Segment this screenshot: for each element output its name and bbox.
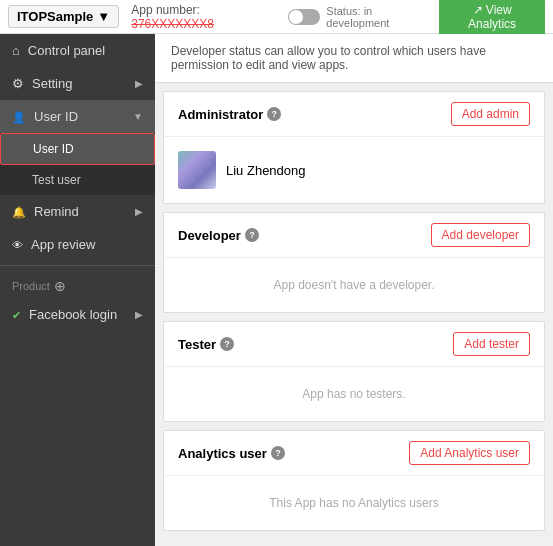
info-bar: Developer status can allow you to contro… [155, 34, 553, 83]
developer-section: Developer ? Add developer App doesn't ha… [163, 212, 545, 313]
sidebar-label-app-review: App review [31, 237, 95, 252]
developer-help-badge[interactable]: ? [245, 228, 259, 242]
tester-section: Tester ? Add tester App has no testers. [163, 321, 545, 422]
sidebar-label-control-panel: Control panel [28, 43, 105, 58]
view-analytics-button[interactable]: ↗ View Analytics [439, 0, 545, 36]
home-icon [12, 43, 20, 58]
sidebar: Control panel Setting ▶ User ID ▼ User I… [0, 34, 155, 546]
sidebar-item-control-panel[interactable]: Control panel [0, 34, 155, 67]
check-icon [12, 307, 21, 322]
tester-empty: App has no testers. [178, 377, 530, 411]
tester-help-badge[interactable]: ? [220, 337, 234, 351]
sidebar-label-remind: Remind [34, 204, 79, 219]
sidebar-sub-item-user-id[interactable]: User ID [0, 133, 155, 165]
sidebar-item-setting[interactable]: Setting ▶ [0, 67, 155, 100]
tester-header: Tester ? Add tester [164, 322, 544, 367]
developer-empty: App doesn't have a developer. [178, 268, 530, 302]
analytics-header: Analytics user ? Add Analytics user [164, 431, 544, 476]
toggle-area: Status: in development ↗ View Analytics [288, 0, 545, 36]
sidebar-sub-item-test-user[interactable]: Test user [0, 165, 155, 195]
status-toggle[interactable] [288, 9, 320, 25]
administrator-header: Administrator ? Add admin [164, 92, 544, 137]
sidebar-label-setting: Setting [32, 76, 72, 91]
developer-body: App doesn't have a developer. [164, 258, 544, 312]
sidebar-item-app-review[interactable]: App review [0, 228, 155, 261]
administrator-body: Liu Zhendong [164, 137, 544, 203]
main-layout: Control panel Setting ▶ User ID ▼ User I… [0, 34, 553, 546]
chevron-down-icon-user: ▼ [133, 111, 143, 122]
sidebar-item-remind[interactable]: Remind ▶ [0, 195, 155, 228]
tester-title: Tester ? [178, 337, 234, 352]
sidebar-label-user-id: User ID [34, 109, 78, 124]
eye-icon [12, 237, 23, 252]
analytics-title: Analytics user ? [178, 446, 285, 461]
sidebar-item-user-id[interactable]: User ID ▼ [0, 100, 155, 133]
administrator-section: Administrator ? Add admin Liu Zhendong [163, 91, 545, 204]
app-selector[interactable]: ITOPSample ▼ [8, 5, 119, 28]
administrator-help-badge[interactable]: ? [267, 107, 281, 121]
developer-header: Developer ? Add developer [164, 213, 544, 258]
add-tester-button[interactable]: Add tester [453, 332, 530, 356]
developer-title: Developer ? [178, 228, 259, 243]
chevron-right-icon: ▶ [135, 78, 143, 89]
app-number-label: App number: 376XXXXXXX8 [131, 3, 280, 31]
add-product-icon[interactable]: ⊕ [54, 278, 66, 294]
header: ITOPSample ▼ App number: 376XXXXXXX8 Sta… [0, 0, 553, 34]
gear-icon [12, 76, 24, 91]
avatar-liu [178, 151, 216, 189]
chevron-right-icon-fb: ▶ [135, 309, 143, 320]
app-number-value: 376XXXXXXX8 [131, 17, 214, 31]
sidebar-item-facebook[interactable]: Facebook login ▶ [0, 298, 155, 331]
sidebar-divider [0, 265, 155, 266]
user-name-liu: Liu Zhendong [226, 163, 306, 178]
bell-icon [12, 204, 26, 219]
product-label: Product [12, 280, 50, 292]
analytics-body: This App has no Analytics users [164, 476, 544, 530]
tester-body: App has no testers. [164, 367, 544, 421]
status-label: Status: in development [326, 5, 433, 29]
add-admin-button[interactable]: Add admin [451, 102, 530, 126]
add-analytics-user-button[interactable]: Add Analytics user [409, 441, 530, 465]
chevron-down-icon: ▼ [97, 9, 110, 24]
chevron-right-icon-remind: ▶ [135, 206, 143, 217]
main-content: Developer status can allow you to contro… [155, 34, 553, 546]
sidebar-product-section: Product ⊕ [0, 270, 155, 298]
sub-label-user-id: User ID [33, 142, 74, 156]
analytics-help-badge[interactable]: ? [271, 446, 285, 460]
sidebar-sub-menu: User ID Test user [0, 133, 155, 195]
app-name: ITOPSample [17, 9, 93, 24]
sidebar-label-facebook: Facebook login [29, 307, 117, 322]
user-icon [12, 109, 26, 124]
info-text: Developer status can allow you to contro… [171, 44, 486, 72]
add-developer-button[interactable]: Add developer [431, 223, 530, 247]
analytics-empty: This App has no Analytics users [178, 486, 530, 520]
user-row-liu: Liu Zhendong [178, 147, 530, 193]
toggle-knob [289, 10, 303, 24]
analytics-section: Analytics user ? Add Analytics user This… [163, 430, 545, 531]
sub-label-test-user: Test user [32, 173, 81, 187]
administrator-title: Administrator ? [178, 107, 281, 122]
